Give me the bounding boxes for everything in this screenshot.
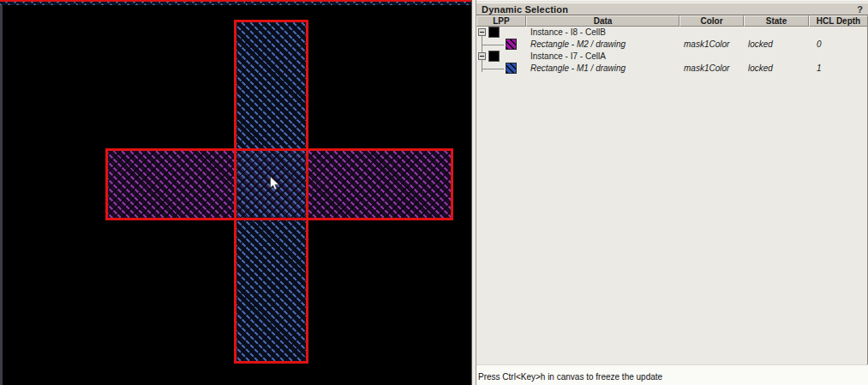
data-cell: Instance - I7 - CellA [526, 51, 679, 63]
status-bar: Press Ctrl<Key>h in canvas to freeze the… [476, 364, 868, 385]
state-cell: locked [744, 63, 809, 75]
layer-m1-swatch-icon [506, 63, 517, 74]
color-cell: mask1Color [679, 39, 744, 51]
depth-cell: 1 [809, 63, 868, 75]
lpp-cell [476, 51, 526, 63]
column-header-row: LPP Data Color State HCL Depth [476, 15, 868, 27]
state-cell: locked [744, 39, 809, 51]
selection-tree: Instance - I8 - CellB Rectangle - M2 / d… [476, 27, 868, 78]
depth-cell: 0 [809, 39, 868, 51]
tree-collapse-icon[interactable] [478, 28, 486, 36]
panel-title: Dynamic Selection [482, 4, 568, 15]
table-row-instance-i8[interactable]: Instance - I8 - CellB [476, 27, 868, 39]
table-row-instance-i7[interactable]: Instance - I7 - CellA [476, 51, 868, 63]
instance-swatch-icon [488, 51, 500, 62]
layout-canvas[interactable] [0, 0, 473, 385]
data-cell: Rectangle - M1 / drawing [526, 63, 679, 75]
table-row-rectangle-m2[interactable]: Rectangle - M2 / drawing mask1Color lock… [476, 39, 868, 51]
column-header-color[interactable]: Color [679, 15, 744, 27]
column-header-state[interactable]: State [744, 15, 809, 27]
tree-collapse-icon[interactable] [478, 52, 486, 60]
dynamic-selection-panel: Dynamic Selection ? LPP Data Color State… [476, 0, 868, 385]
column-header-hcl-depth[interactable]: HCL Depth [809, 15, 868, 27]
table-row-rectangle-m1[interactable]: Rectangle - M1 / drawing mask1Color lock… [476, 63, 868, 75]
app-window: Dynamic Selection ? LPP Data Color State… [0, 0, 868, 385]
column-header-lpp[interactable]: LPP [476, 15, 526, 27]
panel-titlebar: Dynamic Selection ? [476, 3, 868, 15]
mouse-cursor-icon [269, 176, 280, 192]
layer-m2-swatch-icon [506, 39, 517, 50]
lpp-cell [476, 63, 526, 75]
color-cell: mask1Color [679, 63, 744, 75]
column-header-data[interactable]: Data [526, 15, 679, 27]
canvas-left-edge [0, 0, 3, 385]
data-cell: Instance - I8 - CellB [526, 27, 679, 39]
instance-swatch-icon [488, 27, 500, 38]
lpp-cell [476, 39, 526, 51]
lpp-cell [476, 27, 526, 39]
help-icon[interactable]: ? [857, 4, 863, 15]
data-cell: Rectangle - M2 / drawing [526, 39, 679, 51]
status-hint-text: Press Ctrl<Key>h in canvas to freeze the… [478, 372, 662, 382]
clipped-shape-fill-top [0, 2, 473, 5]
